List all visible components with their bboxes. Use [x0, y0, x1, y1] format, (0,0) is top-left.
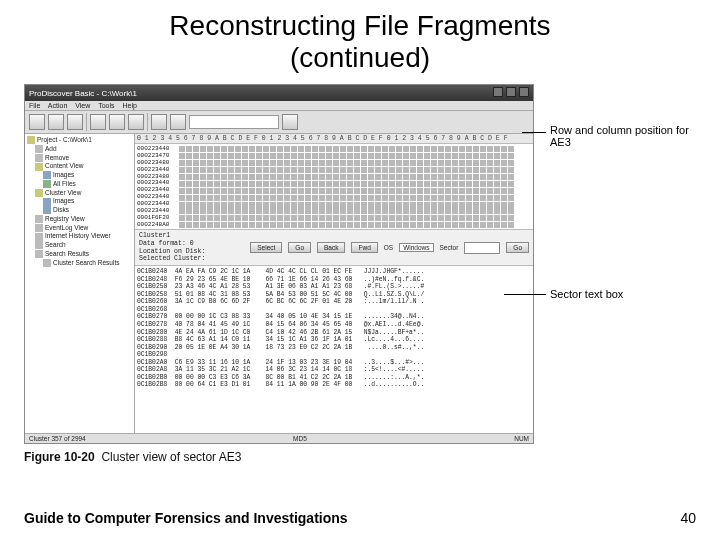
main-split: Project - C:\Work\1 Add Remove Content V… [25, 134, 533, 433]
sector-text-box[interactable] [464, 242, 500, 254]
toolbar-icon[interactable] [29, 114, 45, 130]
maximize-button[interactable] [506, 87, 516, 97]
cluster-cells[interactable] [179, 208, 514, 214]
node-icon [35, 224, 43, 232]
select-button[interactable]: Select [250, 242, 282, 253]
toolbar-icon[interactable] [128, 114, 144, 130]
cluster-row: 0001F6F20 [137, 215, 531, 222]
sidebar-tree[interactable]: Project - C:\Work\1 Add Remove Content V… [25, 134, 135, 433]
annotation-sector-box: Sector text box [550, 288, 700, 300]
close-button[interactable] [519, 87, 529, 97]
figure-label: Figure 10-20 [24, 450, 95, 464]
cluster-cells[interactable] [179, 181, 514, 187]
tree-node[interactable]: Add [45, 145, 57, 152]
tree-node[interactable]: Images [53, 171, 74, 178]
sector-go-button[interactable]: Go [506, 242, 529, 253]
cluster-cells[interactable] [179, 222, 514, 228]
tree-node[interactable]: Search [45, 241, 66, 248]
cluster-row: 000223440 [137, 167, 531, 174]
info-line: Selected Cluster: [139, 255, 205, 263]
folder-icon [35, 189, 43, 197]
menu-action[interactable]: Action [48, 102, 67, 109]
toolbar-icon[interactable] [109, 114, 125, 130]
figure-caption: Figure 10-20 Cluster view of sector AE3 [24, 448, 696, 466]
tree-node[interactable]: Disks [53, 206, 69, 213]
cluster-cells[interactable] [179, 215, 514, 221]
node-icon [35, 250, 43, 258]
cluster-cells[interactable] [179, 167, 514, 173]
slide-footer: Guide to Computer Forensics and Investig… [24, 510, 696, 526]
tree-node[interactable]: Images [53, 197, 74, 204]
toolbar-icon[interactable] [90, 114, 106, 130]
cluster-cells[interactable] [179, 188, 514, 194]
info-line: Data format: 0 [139, 240, 205, 248]
cluster-cells[interactable] [179, 153, 514, 159]
annotation-line [504, 294, 546, 295]
cluster-grid[interactable]: 0002234400002234700002234800002234400002… [135, 144, 533, 229]
tree-node[interactable]: Remove [45, 154, 69, 161]
annotation-row-col: Row and column position for AE3 [550, 124, 700, 148]
cluster-cells[interactable] [179, 195, 514, 201]
info-text: Cluster1 Data format: 0 Location on Disk… [139, 232, 205, 263]
statusbar: Cluster 357 of 2994 MD5 NUM [25, 433, 533, 443]
folder-icon [35, 163, 43, 171]
tree-node[interactable]: Content View [45, 162, 84, 169]
toolbar-separator [86, 113, 87, 131]
menu-tools[interactable]: Tools [98, 102, 114, 109]
cluster-cells[interactable] [179, 160, 514, 166]
tree-root[interactable]: Project - C:\Work\1 [37, 136, 92, 143]
tree-node[interactable]: Cluster View [45, 189, 81, 196]
toolbar-icon[interactable] [151, 114, 167, 130]
tree-node[interactable]: Internet History Viewer [45, 232, 111, 239]
search-input[interactable] [189, 115, 279, 129]
titlebar: ProDiscover Basic - C:\Work\1 [25, 85, 533, 101]
title-line-2: (continued) [290, 42, 430, 73]
cluster-row: 000223440 [137, 194, 531, 201]
app-window: ProDiscover Basic - C:\Work\1 File Actio… [24, 84, 534, 444]
slide-title: Reconstructing File Fragments (continued… [0, 10, 720, 74]
figure-area: ProDiscover Basic - C:\Work\1 File Actio… [24, 84, 696, 466]
menu-help[interactable]: Help [122, 102, 136, 109]
node-icon [35, 154, 43, 162]
cluster-row: 0002248A0 [137, 222, 531, 229]
cluster-row: 000223440 [137, 146, 531, 153]
info-line: Cluster1 [139, 232, 205, 240]
toolbar-separator [147, 113, 148, 131]
go-button[interactable]: Go [288, 242, 311, 253]
node-icon [35, 215, 43, 223]
window-controls [492, 87, 529, 99]
drive-icon [43, 206, 51, 214]
drive-icon [43, 171, 51, 179]
info-strip: Cluster1 Data format: 0 Location on Disk… [135, 229, 533, 266]
cluster-cells[interactable] [179, 174, 514, 180]
info-line: Location on Disk: [139, 248, 205, 256]
footer-text: Guide to Computer Forensics and Investig… [24, 510, 348, 526]
node-icon [43, 259, 51, 267]
toolbar-icon[interactable] [170, 114, 186, 130]
menu-view[interactable]: View [75, 102, 90, 109]
minimize-button[interactable] [493, 87, 503, 97]
status-left: Cluster 357 of 2994 [29, 435, 86, 442]
tree-node[interactable]: EventLog View [45, 224, 88, 231]
cluster-cells[interactable] [179, 202, 514, 208]
cluster-cells[interactable] [179, 146, 514, 152]
folder-icon [27, 136, 35, 144]
files-icon [43, 180, 51, 188]
cluster-row: 000223440 [137, 208, 531, 215]
drive-icon [43, 198, 51, 206]
node-icon [35, 145, 43, 153]
toolbar-icon[interactable] [67, 114, 83, 130]
os-dropdown[interactable]: Windows [399, 243, 433, 252]
menubar[interactable]: File Action View Tools Help [25, 101, 533, 111]
menu-file[interactable]: File [29, 102, 40, 109]
tree-node[interactable]: Registry View [45, 215, 85, 222]
hex-dump[interactable]: 0C1B0240 4A EA FA C9 2C 1C 1A 4D 4C 4C C… [135, 266, 533, 433]
tree-node[interactable]: Search Results [45, 250, 89, 257]
toolbar-icon[interactable] [48, 114, 64, 130]
back-button[interactable]: Back [317, 242, 345, 253]
cluster-row: 000223470 [137, 153, 531, 160]
tree-node[interactable]: All Files [53, 180, 76, 187]
fwd-button[interactable]: Fwd [351, 242, 377, 253]
tree-node[interactable]: Cluster Search Results [53, 259, 119, 266]
search-go-icon[interactable] [282, 114, 298, 130]
